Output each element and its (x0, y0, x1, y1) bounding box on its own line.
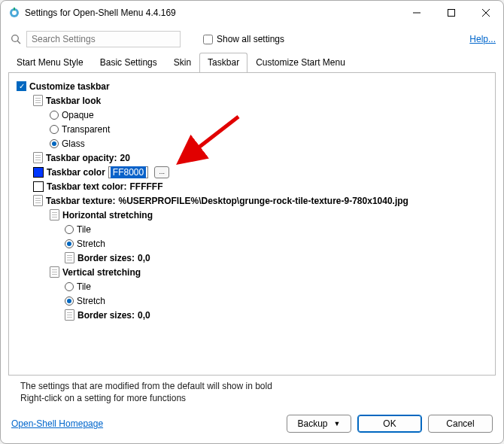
show-all-settings[interactable]: Show all settings (203, 34, 284, 44)
h-border-value[interactable]: 0,0 (138, 253, 150, 263)
h-border-label[interactable]: Border sizes: (77, 253, 135, 263)
v-stretch-label[interactable]: Vertical stretching (62, 267, 141, 278)
h-stretch-opt-label[interactable]: Stretch (77, 239, 105, 249)
file-icon (50, 209, 59, 220)
settings-tree: ✓ Customize taskbar Taskbar look Opaque … (8, 72, 496, 376)
backup-button[interactable]: Backup▼ (287, 415, 351, 433)
app-icon (8, 7, 20, 19)
file-icon (33, 152, 43, 163)
taskbar-color-field[interactable]: FF8000 (108, 166, 148, 178)
look-opaque-radio[interactable] (50, 111, 59, 120)
tab-start-menu-style[interactable]: Start Menu Style (8, 53, 92, 72)
v-stretch-radio[interactable] (65, 297, 74, 306)
look-opaque-label[interactable]: Opaque (62, 110, 94, 120)
v-stretch-opt-label[interactable]: Stretch (77, 296, 105, 306)
tab-basic-settings[interactable]: Basic Settings (92, 53, 165, 72)
taskbar-color-browse-button[interactable]: ... (154, 166, 169, 178)
customize-taskbar-label[interactable]: Customize taskbar (29, 81, 110, 92)
look-transparent-label[interactable]: Transparent (62, 124, 110, 135)
tab-customize-start-menu[interactable]: Customize Start Menu (247, 53, 354, 72)
titlebar: Settings for Open-Shell Menu 4.4.169 (1, 1, 503, 25)
text-color-value[interactable]: FFFFFF (129, 181, 162, 192)
info-line-2: Right-click on a setting for more functi… (20, 392, 494, 404)
texture-value[interactable]: %USERPROFILE%\Desktop\grunge-rock-tile-t… (118, 196, 408, 206)
look-glass-radio[interactable] (50, 139, 59, 148)
text-color-swatch[interactable] (33, 181, 44, 192)
tab-skin[interactable]: Skin (165, 53, 199, 72)
svg-rect-4 (448, 10, 455, 17)
v-tile-radio[interactable] (65, 282, 74, 291)
tabs: Start Menu Style Basic Settings Skin Tas… (1, 52, 503, 72)
tab-taskbar[interactable]: Taskbar (199, 53, 247, 72)
file-icon (33, 95, 43, 106)
info-line-1: The settings that are modified from the … (20, 380, 494, 392)
h-stretch-label[interactable]: Horizontal stretching (62, 210, 153, 220)
minimize-button[interactable] (399, 1, 434, 25)
taskbar-color-label[interactable]: Taskbar color (47, 167, 105, 178)
text-color-label[interactable]: Taskbar text color: (47, 181, 126, 192)
window-title: Settings for Open-Shell Menu 4.4.169 (25, 8, 399, 18)
svg-rect-2 (14, 8, 15, 11)
svg-point-1 (12, 11, 17, 15)
v-border-label[interactable]: Border sizes: (77, 310, 135, 321)
homepage-link[interactable]: Open-Shell Homepage (11, 418, 103, 429)
search-icon (10, 33, 22, 45)
ok-button[interactable]: OK (357, 415, 422, 433)
chevron-down-icon: ▼ (334, 420, 341, 427)
opacity-label[interactable]: Taskbar opacity: (46, 153, 117, 163)
file-icon (33, 195, 43, 206)
cancel-button[interactable]: Cancel (428, 415, 493, 433)
h-tile-label[interactable]: Tile (77, 224, 91, 235)
show-all-checkbox[interactable] (203, 35, 213, 44)
file-icon (65, 252, 74, 263)
h-tile-radio[interactable] (65, 225, 74, 234)
maximize-button[interactable] (434, 1, 469, 25)
look-glass-label[interactable]: Glass (62, 138, 85, 149)
info-text: The settings that are modified from the … (1, 376, 503, 407)
help-link[interactable]: Help... (469, 34, 496, 44)
v-border-value[interactable]: 0,0 (138, 310, 150, 321)
taskbar-look-label[interactable]: Taskbar look (46, 96, 101, 106)
taskbar-color-swatch[interactable] (33, 167, 44, 178)
svg-line-8 (17, 41, 20, 44)
texture-label[interactable]: Taskbar texture: (46, 196, 115, 206)
h-stretch-radio[interactable] (65, 239, 74, 248)
file-icon (50, 266, 59, 278)
taskbar-color-value[interactable]: FF8000 (111, 166, 146, 178)
svg-point-7 (12, 35, 19, 42)
file-icon (65, 309, 74, 321)
search-input[interactable] (26, 31, 181, 47)
v-tile-label[interactable]: Tile (77, 281, 91, 292)
customize-taskbar-checkbox[interactable]: ✓ (17, 81, 26, 91)
opacity-value[interactable]: 20 (120, 153, 129, 163)
close-button[interactable] (469, 1, 503, 25)
show-all-label: Show all settings (217, 34, 284, 44)
look-transparent-radio[interactable] (50, 125, 59, 134)
